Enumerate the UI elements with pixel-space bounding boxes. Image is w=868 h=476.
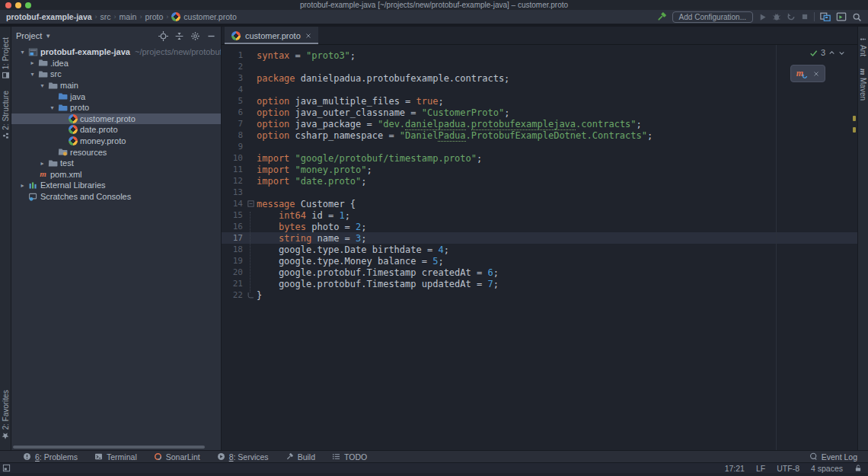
code-line-3[interactable]: 3package danielpadua.protobufexample.con…	[222, 72, 857, 84]
window-maximize-button[interactable]	[25, 2, 31, 8]
code-line-8[interactable]: 8option csharp_namespace = "DanielPadua.…	[222, 129, 857, 141]
line-number: 4	[222, 85, 244, 94]
tree-item-date-proto[interactable]: date.proto	[11, 124, 221, 136]
chevron-down-icon[interactable]: ▾	[37, 82, 47, 89]
toolwindow-bar-item-todo[interactable]: TODO	[332, 452, 367, 462]
code-line-21[interactable]: 21 google.protobuf.Timestamp updatedAt =…	[222, 278, 857, 289]
breadcrumb-item-main[interactable]: main	[120, 12, 137, 21]
warning-stripe-mark[interactable]	[853, 127, 856, 133]
tree-item-pom-xml[interactable]: mpom.xml	[11, 169, 221, 180]
debug-icon[interactable]	[772, 12, 781, 21]
maven-reload-icon[interactable]: m	[796, 69, 808, 79]
code-line-15[interactable]: 15 int64 id = 1;	[222, 209, 857, 221]
code-line-20[interactable]: 20 google.protobuf.Timestamp createdAt =…	[222, 267, 857, 278]
breadcrumb-item-proto[interactable]: proto	[145, 12, 163, 21]
tree-item-test[interactable]: ▸test	[11, 158, 221, 169]
toolwindow-bar-item-6-problems[interactable]: 6: Problems	[23, 452, 78, 462]
code-line-19[interactable]: 19 google.type.Money balance = 5;	[222, 255, 857, 267]
breadcrumb-item-protobuf-example-java[interactable]: protobuf-example-java	[6, 12, 92, 21]
code-line-6[interactable]: 6option java_outer_classname = "Customer…	[222, 107, 857, 118]
tree-item-main[interactable]: ▾main	[11, 80, 221, 91]
code-line-13[interactable]: 13	[222, 187, 857, 198]
tree-item-external-libraries[interactable]: ▸External Libraries	[11, 180, 221, 191]
project-view-selector[interactable]: Project ▼	[16, 31, 51, 40]
tree-item-label: date.proto	[80, 125, 118, 134]
chevron-right-icon[interactable]: ▸	[37, 160, 47, 167]
fold-marker-icon[interactable]	[244, 292, 257, 299]
toolwindow-button-1-project[interactable]: 1: Project	[2, 37, 10, 78]
toolwindow-bar-item-sonarlint[interactable]: SonarLint	[154, 452, 200, 462]
code-editor[interactable]: 1syntax = "proto3";23package danielpadua…	[222, 45, 857, 450]
chevron-up-icon[interactable]	[828, 50, 835, 56]
code-line-1[interactable]: 1syntax = "proto3";	[222, 50, 857, 61]
code-line-5[interactable]: 5option java_multiple_files = true;	[222, 95, 857, 107]
add-configuration-button[interactable]: Add Configuration...	[672, 11, 753, 23]
toolwindows-icon[interactable]	[820, 11, 831, 22]
stop-icon[interactable]	[801, 13, 809, 21]
toolwindow-bar-item-terminal[interactable]: Terminal	[94, 452, 137, 462]
code-line-16[interactable]: 16 bytes photo = 2;	[222, 221, 857, 232]
breadcrumb-item-customer-proto[interactable]: customer.proto	[171, 12, 236, 21]
runwindow-icon[interactable]	[836, 11, 847, 22]
code-line-22[interactable]: 22}	[222, 289, 857, 301]
code-line-18[interactable]: 18 google.type.Date birthdate = 4;	[222, 244, 857, 255]
chevron-down-icon[interactable]: ▾	[47, 104, 57, 111]
tree-item-scratches-and-consoles[interactable]: Scratches and Consoles	[11, 191, 221, 203]
code-line-9[interactable]: 9	[222, 141, 857, 152]
maven-reload-popup: m	[790, 65, 825, 82]
code-line-14[interactable]: 14message Customer {	[222, 198, 857, 209]
close-icon[interactable]	[305, 33, 311, 39]
chevron-down-icon[interactable]: ▾	[27, 71, 37, 78]
coverage-icon[interactable]	[787, 12, 796, 21]
tree-item-money-proto[interactable]: money.proto	[11, 136, 221, 147]
tree-item-idea[interactable]: ▸.idea	[11, 58, 221, 69]
toolwindow-button-ant[interactable]: Ant	[859, 36, 867, 56]
gear-icon[interactable]	[190, 31, 200, 41]
toolwindow-bar-item-event-log[interactable]: Event Log	[809, 452, 857, 462]
breadcrumb-item-src[interactable]: src	[101, 12, 111, 21]
window-close-button[interactable]	[5, 2, 11, 8]
tree-item-proto[interactable]: ▾proto	[11, 102, 221, 113]
warning-stripe-mark[interactable]	[853, 116, 856, 121]
locate-icon[interactable]	[158, 31, 168, 41]
code-line-10[interactable]: 10import "google/protobuf/timestamp.prot…	[222, 152, 857, 164]
status-item-lf[interactable]: LF	[756, 464, 765, 473]
code-line-4[interactable]: 4	[222, 84, 857, 95]
inspections-widget[interactable]: 3	[809, 48, 845, 57]
code-line-2[interactable]: 2	[222, 61, 857, 72]
chevron-down-icon[interactable]	[838, 50, 845, 56]
code-line-7[interactable]: 7option java_package = "dev.danielpadua.…	[222, 118, 857, 129]
code-line-11[interactable]: 11import "money.proto";	[222, 164, 857, 175]
status-item-17-21[interactable]: 17:21	[725, 464, 745, 473]
toolwindow-bar-item-build[interactable]: Build	[286, 452, 315, 462]
collapse-all-icon[interactable]	[174, 31, 184, 41]
unlock-icon[interactable]	[854, 464, 862, 472]
close-icon[interactable]	[813, 71, 819, 77]
status-item-4-spaces[interactable]: 4 spaces	[811, 464, 843, 473]
fold-marker-icon[interactable]	[244, 200, 257, 207]
chevron-right-icon[interactable]: ▸	[18, 182, 27, 189]
chevron-right-icon[interactable]: ▸	[27, 59, 37, 66]
toolwindow-button-maven[interactable]: mMaven	[859, 69, 867, 101]
toolwindow-switcher-icon[interactable]	[2, 464, 11, 472]
horizontal-scrollbar[interactable]	[13, 446, 205, 449]
toolwindow-button-2-favorites[interactable]: 2: Favorites	[2, 390, 10, 439]
tree-item-java[interactable]: java	[11, 91, 221, 102]
toolwindow-button-2-structure[interactable]: 2: Structure	[2, 91, 10, 139]
chevron-down-icon[interactable]: ▾	[18, 49, 27, 56]
editor-tab-customer-proto[interactable]: customer.proto	[225, 27, 318, 44]
window-minimize-button[interactable]	[15, 2, 21, 8]
tree-item-src[interactable]: ▾src	[11, 69, 221, 80]
run-icon[interactable]	[758, 13, 767, 21]
tree-item-customer-proto[interactable]: customer.proto	[11, 113, 221, 125]
minimize-icon[interactable]	[206, 31, 216, 41]
search-icon[interactable]	[852, 12, 862, 22]
hammer-icon[interactable]	[656, 11, 667, 22]
tree-item-protobuf-example-java[interactable]: ▾protobuf-example-java~/projects/new/pro…	[11, 46, 221, 58]
code-line-12[interactable]: 12import "date.proto";	[222, 175, 857, 187]
status-item-utf-8[interactable]: UTF-8	[777, 464, 799, 473]
code-line-17[interactable]: 17 string name = 3;	[222, 232, 857, 244]
tree-item-resources[interactable]: resources	[11, 146, 221, 158]
toolwindow-bar-item-8-services[interactable]: 8: Services	[217, 452, 269, 462]
sonarlint-icon	[154, 452, 162, 461]
